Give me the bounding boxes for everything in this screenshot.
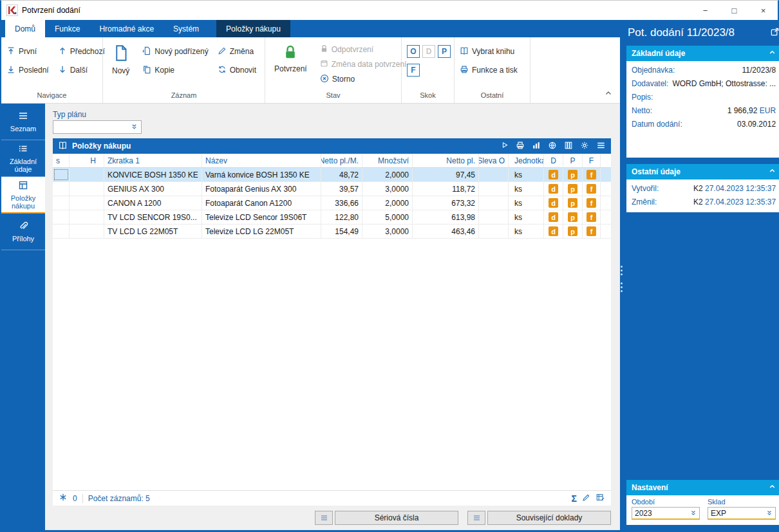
serial-numbers-button[interactable]: Sériová čísla bbox=[335, 511, 458, 525]
table-row[interactable]: TV LCD LG 22M05T Televize LCD LG 22M05T … bbox=[53, 225, 611, 239]
badge-p[interactable]: p bbox=[568, 170, 577, 179]
column-header-d[interactable]: D bbox=[544, 154, 563, 167]
badge-f[interactable]: f bbox=[587, 226, 596, 236]
jump-f-button[interactable]: F bbox=[407, 64, 420, 77]
columns-icon[interactable] bbox=[564, 141, 573, 152]
minimize-button[interactable]: − bbox=[691, 1, 720, 20]
jump-p-button[interactable]: P bbox=[438, 45, 451, 58]
column-header-h[interactable]: H bbox=[70, 154, 104, 167]
edit-icon[interactable] bbox=[582, 493, 590, 504]
badge-d[interactable]: d bbox=[549, 198, 558, 208]
close-button[interactable]: × bbox=[749, 1, 778, 20]
tab-hromadne-akce[interactable]: Hromadné akce bbox=[89, 20, 164, 37]
badge-f[interactable]: f bbox=[587, 212, 596, 222]
play-icon[interactable] bbox=[500, 141, 509, 151]
first-button[interactable]: První bbox=[6, 45, 49, 58]
badge-p[interactable]: p bbox=[568, 212, 577, 222]
badge-d[interactable]: d bbox=[549, 212, 558, 222]
jump-o-button[interactable]: O bbox=[407, 45, 420, 58]
column-header-netto[interactable]: Netto pl. bbox=[413, 154, 479, 167]
column-header-zkratka[interactable]: Zkratka 1 bbox=[104, 154, 202, 167]
table-empty-area bbox=[53, 239, 611, 490]
column-header-netto-jm[interactable]: Netto pl./M. bbox=[321, 154, 362, 167]
badge-f[interactable]: f bbox=[587, 198, 596, 208]
cell-mnozstvi: 3,0000 bbox=[362, 182, 413, 196]
cell-netto-jm: 154,49 bbox=[321, 225, 362, 238]
select-book-button[interactable]: Vybrat knihu bbox=[460, 45, 518, 58]
menu-icon[interactable] bbox=[596, 141, 606, 152]
table-row[interactable]: KONVICE BOSH 1350 KE Varná konvice BOSH … bbox=[53, 168, 611, 182]
new-button[interactable]: Nový bbox=[108, 40, 133, 89]
serial-numbers-menu-button[interactable] bbox=[315, 511, 333, 525]
badge-d[interactable]: d bbox=[549, 170, 558, 179]
new-child-button[interactable]: Nový podřízený bbox=[142, 45, 208, 58]
tab-system[interactable]: Systém bbox=[164, 20, 209, 37]
maximize-button[interactable]: □ bbox=[720, 1, 749, 20]
previous-button[interactable]: Předchozí bbox=[58, 45, 105, 58]
cell-zkratka: CANON A 1200 bbox=[104, 196, 202, 210]
open-external-icon[interactable] bbox=[770, 27, 779, 39]
print-icon[interactable] bbox=[516, 141, 525, 152]
tab-polozky-nakupu[interactable]: Položky nákupu bbox=[216, 20, 290, 37]
badge-p[interactable]: p bbox=[568, 226, 577, 236]
badge-f[interactable]: f bbox=[587, 170, 596, 179]
change-button[interactable]: Změna bbox=[218, 45, 256, 58]
sidebar-item-prilohy[interactable]: Přílohy bbox=[1, 214, 45, 250]
next-button[interactable]: Další bbox=[58, 64, 105, 77]
tab-domu[interactable]: Domů bbox=[5, 20, 45, 37]
relations-icon[interactable] bbox=[59, 493, 68, 504]
warehouse-select[interactable]: EXP bbox=[708, 507, 776, 520]
chart-icon[interactable] bbox=[532, 141, 541, 152]
table-row[interactable]: TV LCD SENCOR 19S0... Televize LCD Senco… bbox=[53, 210, 611, 225]
badge-p[interactable]: p bbox=[568, 184, 577, 194]
badge-p[interactable]: p bbox=[568, 198, 577, 208]
related-documents-button[interactable]: Související doklady bbox=[487, 511, 611, 525]
tab-funkce[interactable]: Funkce bbox=[45, 20, 89, 37]
table-row[interactable]: CANON A 1200 Fotoaparát Canon A1200 336,… bbox=[53, 196, 611, 210]
table-row[interactable]: GENIUS AX 300 Fotoaparát Genius AX 300 3… bbox=[53, 182, 611, 196]
field-vytvoril: Vytvořil: K2 27.04.2023 12:35:37 bbox=[626, 181, 779, 195]
panel-title: Položky nákupu bbox=[72, 142, 496, 151]
period-select[interactable]: 2023 bbox=[632, 507, 700, 520]
section-header-ostatni-udaje[interactable]: Ostatní údaje bbox=[626, 164, 779, 179]
column-header-mnozstvi[interactable]: Množství bbox=[362, 154, 413, 167]
sum-icon[interactable]: Σ bbox=[572, 493, 577, 504]
field-value: 11/2023/8 bbox=[742, 66, 776, 75]
edit-grid-icon[interactable] bbox=[596, 493, 605, 504]
confirm-button[interactable]: Potvrzení bbox=[270, 40, 311, 89]
sidebar-item-polozky-nakupu[interactable]: Položky nákupu bbox=[1, 177, 45, 214]
badge-d[interactable]: d bbox=[549, 226, 558, 236]
column-header-f[interactable]: F bbox=[583, 154, 601, 167]
copy-button[interactable]: Kopie bbox=[142, 64, 208, 77]
right-panel: Pot. dodání 11/2023/8 Základní údaje Obj… bbox=[620, 20, 779, 530]
column-header-p[interactable]: P bbox=[563, 154, 583, 167]
web-icon[interactable] bbox=[548, 141, 557, 152]
collapse-ribbon-button[interactable] bbox=[605, 89, 612, 99]
settings-gear-icon[interactable] bbox=[580, 141, 589, 152]
badge-f[interactable]: f bbox=[587, 184, 596, 194]
section-header-nastaveni[interactable]: Nastavení bbox=[626, 480, 779, 495]
badge-d[interactable]: d bbox=[549, 184, 558, 194]
sidebar-label: Seznam bbox=[10, 125, 36, 133]
sidebar-item-zakladni-udaje[interactable]: Základní údaje bbox=[1, 140, 45, 177]
column-header-jednotka[interactable]: Jednotka bbox=[509, 154, 544, 167]
cancel-button[interactable]: Storno bbox=[320, 73, 407, 86]
column-header-s[interactable]: s bbox=[53, 154, 70, 167]
column-header-sleva[interactable]: Sleva O bbox=[479, 154, 509, 167]
netto-amount: 1 966,92 bbox=[727, 106, 758, 115]
field-label: Netto: bbox=[632, 106, 652, 115]
group-label-zaznam: Záznam bbox=[103, 89, 265, 103]
section-header-zakladni-udaje[interactable]: Základní údaje bbox=[626, 46, 779, 61]
section-title: Základní údaje bbox=[632, 49, 685, 58]
last-button[interactable]: Poslední bbox=[6, 64, 49, 77]
sidebar-label: Položky nákupu bbox=[3, 194, 44, 210]
related-documents-menu-button[interactable] bbox=[467, 511, 485, 525]
panel-splitter[interactable] bbox=[621, 266, 623, 292]
refresh-button[interactable]: Obnovit bbox=[218, 64, 256, 77]
sidebar-item-seznam[interactable]: Seznam bbox=[1, 104, 45, 140]
functions-print-button[interactable]: Funkce a tisk bbox=[460, 64, 518, 77]
new-label: Nový bbox=[112, 66, 129, 75]
left-sidebar: Seznam Základní údaje Položky nákupu Pří… bbox=[1, 104, 45, 530]
plan-type-select[interactable] bbox=[53, 120, 142, 134]
column-header-nazev[interactable]: Název bbox=[202, 154, 321, 167]
